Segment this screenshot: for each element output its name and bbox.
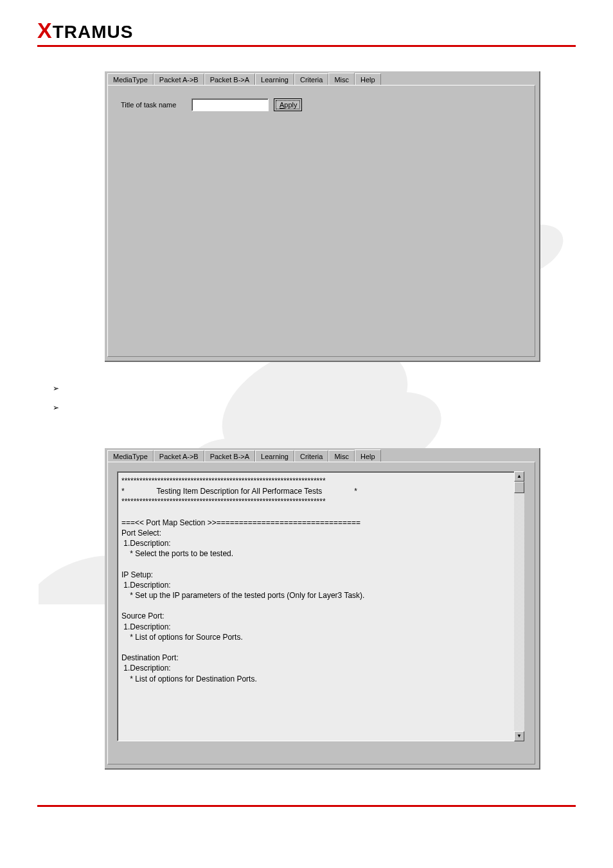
tab-mediatype[interactable]: MediaType (107, 73, 154, 86)
scroll-up-button[interactable]: ▲ (514, 471, 524, 482)
tab-mediatype[interactable]: MediaType (107, 450, 154, 463)
tab-misc[interactable]: Misc (328, 73, 355, 86)
config-panel-help: MediaType Packet A->B Packet B->A Learni… (105, 448, 540, 770)
scroll-thumb[interactable] (514, 482, 524, 493)
tabcontent-misc: Title of task name Apply (107, 85, 535, 357)
header-rule (37, 45, 576, 47)
tab-learning[interactable]: Learning (255, 450, 294, 463)
tabbar-2: MediaType Packet A->B Packet B->A Learni… (107, 449, 381, 462)
tab-help[interactable]: Help (355, 449, 381, 462)
tabcontent-help: ****************************************… (107, 462, 535, 764)
tab-misc[interactable]: Misc (328, 450, 355, 463)
tab-packet-b-a[interactable]: Packet B->A (204, 73, 255, 86)
tab-learning[interactable]: Learning (255, 73, 294, 86)
apply-button[interactable]: Apply (274, 98, 302, 111)
tab-packet-a-b[interactable]: Packet A->B (154, 73, 204, 86)
scroll-down-button[interactable]: ▼ (514, 731, 524, 741)
tab-help[interactable]: Help (355, 73, 381, 86)
bullet-icon: ➢ (53, 403, 59, 412)
scroll-track[interactable] (514, 482, 524, 731)
task-title-label: Title of task name (121, 101, 176, 109)
config-panel-misc: MediaType Packet A->B Packet B->A Learni… (105, 71, 540, 362)
apply-button-rest: pply (284, 101, 297, 109)
footer-rule (37, 805, 576, 807)
tab-criteria[interactable]: Criteria (294, 450, 328, 463)
task-title-input[interactable] (191, 98, 269, 111)
help-scrollbar[interactable]: ▲ ▼ (514, 471, 524, 741)
tab-packet-b-a[interactable]: Packet B->A (204, 450, 255, 463)
bullet-icon: ➢ (53, 384, 59, 393)
tab-criteria[interactable]: Criteria (294, 73, 328, 86)
tabbar-1: MediaType Packet A->B Packet B->A Learni… (107, 73, 381, 86)
help-textarea[interactable]: ****************************************… (117, 471, 524, 741)
brand-logo: XTRAMUS (37, 18, 133, 43)
tab-packet-a-b[interactable]: Packet A->B (154, 450, 204, 463)
